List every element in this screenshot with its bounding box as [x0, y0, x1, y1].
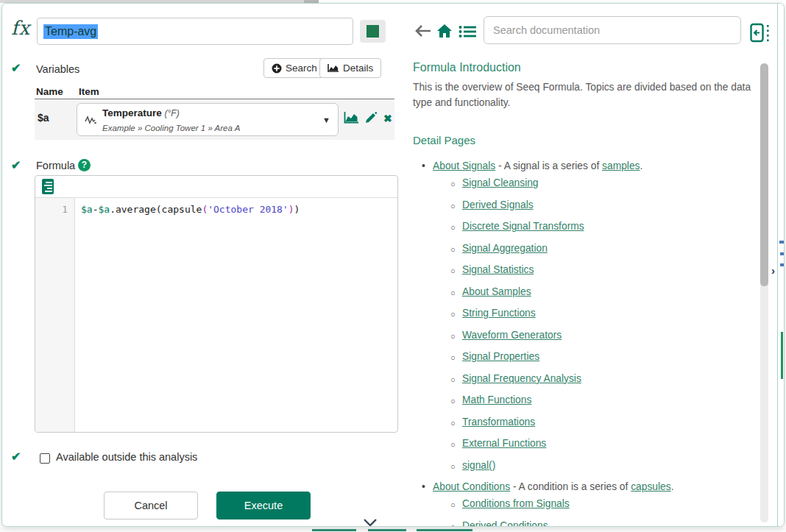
doc-link[interactable]: Math Functions	[462, 394, 531, 405]
doc-link[interactable]: About Samples	[462, 286, 531, 297]
details-button-label: Details	[343, 63, 373, 74]
availability-check-icon: ✔	[11, 450, 21, 464]
doc-list-item: ○Signal Aggregation	[413, 242, 759, 255]
doc-scrollbar[interactable]	[760, 63, 768, 522]
doc-text: .	[640, 160, 642, 171]
edit-pencil-icon[interactable]	[364, 111, 378, 124]
formula-check-icon: ✔	[11, 158, 21, 172]
doc-link[interactable]: String Functions	[462, 308, 536, 319]
search-button-label: Search	[286, 63, 317, 74]
circle-bullet-icon: ○	[450, 243, 456, 256]
code-token: $a	[81, 204, 93, 215]
doc-link[interactable]: Signal Frequency Analysis	[462, 373, 581, 384]
doc-link[interactable]: Conditions from Signals	[462, 498, 570, 509]
doc-list-item: ○About Samples	[413, 285, 759, 299]
doc-link[interactable]: samples	[602, 160, 640, 171]
execute-button[interactable]: Execute	[216, 492, 311, 519]
doc-list-item: ○Transformations	[413, 416, 759, 429]
doc-search-input[interactable]	[484, 16, 741, 44]
background-artifact	[781, 332, 783, 379]
doc-link[interactable]: About Conditions	[433, 481, 510, 492]
remove-variable-icon[interactable]: ✖	[383, 113, 392, 124]
doc-scrollbar-thumb[interactable]	[760, 63, 768, 286]
doc-list-item: ○Signal Cleansing	[413, 177, 759, 190]
circle-bullet-icon: ○	[450, 520, 456, 528]
formula-name-input[interactable]: Temp-avg	[37, 18, 353, 45]
column-header-name: Name	[36, 86, 63, 97]
formula-examples-icon[interactable]	[42, 179, 54, 194]
variables-check-icon: ✔	[11, 61, 21, 75]
background-artifact	[779, 241, 785, 244]
doc-list-item: ○signal()	[413, 459, 759, 472]
caret-down-icon: ▼	[322, 116, 330, 124]
back-arrow-icon[interactable]	[415, 25, 431, 37]
chevron-down-icon[interactable]	[363, 518, 378, 527]
trend-chart-icon[interactable]	[344, 111, 359, 124]
doc-text: .	[671, 481, 674, 492]
doc-link[interactable]: capsules	[631, 481, 670, 492]
circle-bullet-icon: ○	[450, 330, 456, 343]
home-icon[interactable]	[436, 24, 453, 38]
doc-link[interactable]: Signal Cleansing	[462, 177, 539, 188]
doc-title: Formula Introduction	[413, 61, 521, 74]
help-icon[interactable]: ?	[78, 159, 91, 171]
doc-link[interactable]: Waveform Generators	[462, 330, 562, 341]
doc-link[interactable]: Signal Aggregation	[462, 243, 548, 254]
doc-link[interactable]: Transformations	[462, 416, 535, 428]
doc-list-item: ○String Functions	[413, 307, 759, 320]
column-header-item: Item	[79, 86, 99, 97]
formula-label: Formula	[36, 160, 75, 171]
available-outside-checkbox[interactable]	[40, 453, 50, 464]
code-token: $a	[98, 204, 110, 215]
available-outside-label: Available outside this analysis	[56, 451, 197, 463]
doc-link[interactable]: Discrete Signal Transforms	[462, 221, 584, 232]
formula-name-value: Temp-avg	[43, 24, 98, 39]
doc-section-title: Detail Pages	[413, 134, 475, 146]
doc-list-item: ○External Functions	[413, 437, 759, 450]
doc-intro: This is the overview of Seeq Formula. To…	[413, 80, 760, 110]
circle-bullet-icon: ○	[450, 438, 456, 451]
expand-panel-chevron-icon[interactable]: ›	[771, 264, 775, 277]
color-swatch	[367, 25, 379, 38]
bullet-icon: •	[422, 480, 425, 494]
plus-circle-icon	[272, 63, 282, 74]
formula-tool-window: fx Temp-avg ✔ Variables Search Details N…	[1, 3, 785, 527]
doc-link[interactable]: About Signals	[433, 160, 495, 171]
variables-details-button[interactable]: Details	[319, 58, 381, 78]
doc-list-item: ○Signal Frequency Analysis	[413, 372, 759, 386]
editor-toolbar	[35, 176, 397, 198]
doc-link[interactable]: signal()	[462, 460, 495, 471]
color-picker-button[interactable]	[360, 20, 386, 43]
doc-list-item: ○Derived Conditions	[413, 519, 759, 528]
doc-list-item: ○Math Functions	[413, 394, 759, 407]
circle-bullet-icon: ○	[450, 394, 456, 408]
circle-bullet-icon: ○	[450, 498, 456, 511]
signal-icon	[85, 115, 96, 125]
circle-bullet-icon: ○	[450, 177, 456, 191]
doc-link[interactable]: External Functions	[462, 438, 546, 449]
formula-editor[interactable]: 1 $a-$a.average(capsule('October 2018'))	[35, 175, 398, 433]
collapse-panel-icon[interactable]	[750, 23, 771, 43]
formula-code[interactable]: $a-$a.average(capsule('October 2018'))	[81, 204, 300, 215]
item-title: Temperature	[102, 107, 162, 118]
doc-link-list: •About Signals - A signal is a series of…	[413, 160, 759, 527]
chart-icon	[328, 63, 339, 73]
cancel-button[interactable]: Cancel	[104, 492, 198, 519]
code-token: )	[294, 204, 300, 215]
line-number: 1	[35, 204, 68, 215]
code-token: )	[288, 204, 294, 215]
doc-link[interactable]: Derived Conditions	[462, 520, 548, 528]
variable-item-dropdown[interactable]: Temperature (°F) Example » Cooling Tower…	[77, 103, 339, 136]
doc-text: - A condition is a series of	[510, 481, 631, 492]
doc-link[interactable]: Signal Properties	[462, 351, 539, 362]
variables-search-button[interactable]: Search	[263, 58, 325, 78]
code-token: 'October 2018'	[208, 204, 288, 215]
doc-link[interactable]: Signal Statistics	[462, 264, 534, 275]
list-icon[interactable]	[458, 25, 476, 38]
doc-list-item: ○Signal Properties	[413, 350, 759, 363]
doc-text: - A signal is a series of	[495, 160, 602, 171]
circle-bullet-icon: ○	[450, 373, 456, 386]
circle-bullet-icon: ○	[450, 221, 456, 234]
doc-link[interactable]: Derived Signals	[462, 199, 534, 210]
doc-list-item: ○Discrete Signal Transforms	[413, 220, 759, 233]
